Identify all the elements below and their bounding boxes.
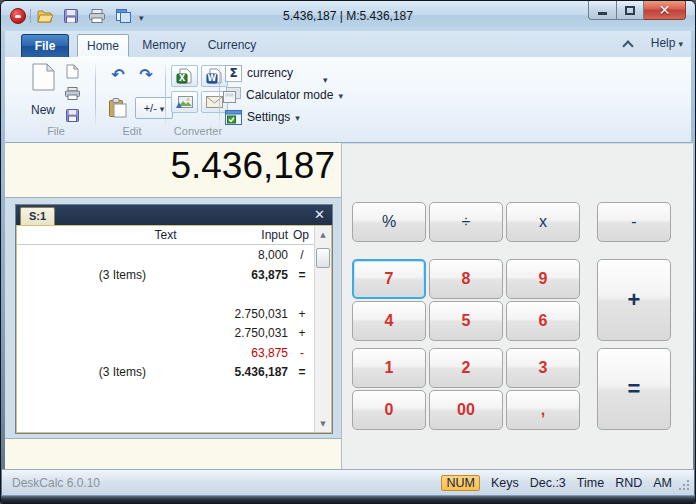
close-button[interactable]: ✕ <box>644 1 686 20</box>
converter-group-label: Converter <box>163 125 233 137</box>
tape-row[interactable]: 2.750,031 + <box>17 324 314 344</box>
key-9[interactable]: 9 <box>506 259 580 299</box>
file-group-label: File <box>21 125 91 137</box>
help-caret-icon <box>678 36 683 50</box>
scrollbar-thumb[interactable] <box>316 248 330 268</box>
status-am-toggle[interactable]: AM <box>653 476 672 490</box>
tape-row-input: 2.750,031 <box>235 307 288 321</box>
ribbon-tab-row: File Home Memory Currency Help <box>5 31 691 57</box>
paste-button[interactable] <box>105 95 131 121</box>
key-equals[interactable]: = <box>597 348 671 430</box>
key-minus[interactable]: - <box>597 202 671 242</box>
key-0[interactable]: 0 <box>352 390 426 430</box>
maximize-button[interactable] <box>617 1 644 20</box>
status-time-toggle[interactable]: Time <box>577 476 604 490</box>
edit-group-label: Edit <box>101 125 163 137</box>
tape-row-input: 2.750,031 <box>235 326 288 340</box>
tape-column-input[interactable]: Input <box>261 228 288 242</box>
tape-row-op: + <box>292 307 312 321</box>
key-plus[interactable]: + <box>597 259 671 341</box>
tape-row-op: - <box>292 346 312 360</box>
key-percent[interactable]: % <box>352 202 426 242</box>
title-bar[interactable]: 5.436,187 | M:5.436,187 ✕ <box>1 1 695 31</box>
tape-row[interactable] <box>17 285 314 305</box>
calculator-mode-button[interactable]: Calculator mode <box>223 86 343 104</box>
status-bar: DeskCalc 6.0.10 NUM Keys Dec.:3 Time RND… <box>2 469 694 495</box>
help-menu[interactable]: Help <box>651 36 683 50</box>
collapse-ribbon-button[interactable] <box>621 39 635 51</box>
ribbon: New File ↶ ↷ +/- Edit X <box>5 57 691 143</box>
settings-caret-icon <box>295 110 300 124</box>
tape-row[interactable]: 63,875 - <box>17 344 314 364</box>
tape-row-op: = <box>292 268 312 282</box>
tape-row-op: = <box>292 365 312 379</box>
minimize-button[interactable] <box>588 1 617 20</box>
resize-grip[interactable] <box>679 480 690 491</box>
undo-button[interactable]: ↶ <box>105 65 131 85</box>
new-page-small-button[interactable] <box>61 61 83 81</box>
export-excel-button[interactable]: X <box>171 65 198 87</box>
main-area: 5.436,187 S:1 ✕ Text Input Op <box>5 143 691 469</box>
display-value: 5.436,187 <box>170 145 335 187</box>
key-8[interactable]: 8 <box>429 259 503 299</box>
redo-button[interactable]: ↷ <box>133 65 159 85</box>
key-3[interactable]: 3 <box>506 348 580 388</box>
status-rnd-toggle[interactable]: RND <box>615 476 642 490</box>
scroll-up-icon[interactable]: ▲ <box>316 227 330 242</box>
print-small-button[interactable] <box>61 83 83 103</box>
key-5[interactable]: 5 <box>429 301 503 341</box>
plus-minus-label: +/- <box>144 102 157 114</box>
tape-row[interactable]: 2.750,031 + <box>17 305 314 325</box>
currency-mode-button[interactable]: Σ currency <box>225 64 293 82</box>
export-word-button[interactable]: W <box>201 65 228 87</box>
key-multiply[interactable]: x <box>506 202 580 242</box>
tab-file[interactable]: File <box>21 34 69 57</box>
tab-home[interactable]: Home <box>77 34 129 57</box>
tape-close-icon[interactable]: ✕ <box>314 207 325 223</box>
tape-row[interactable]: (3 Items) 5.436,187 = <box>17 363 314 383</box>
tape-row[interactable]: (3 Items) 63,875 = <box>17 266 314 286</box>
key-7[interactable]: 7 <box>352 259 426 299</box>
svg-text:W: W <box>208 74 217 83</box>
tape-scrollbar[interactable]: ▲ ▼ <box>314 226 331 432</box>
tape-column-op[interactable]: Op <box>290 228 312 242</box>
tab-memory[interactable]: Memory <box>135 34 193 57</box>
tape-window: S:1 ✕ Text Input Op 8,000 <box>15 204 333 434</box>
undo-icon: ↶ <box>111 67 124 83</box>
status-decimals-toggle[interactable]: Dec.:3 <box>530 476 566 490</box>
group-divider <box>95 61 96 127</box>
calculator-display[interactable]: 5.436,187 <box>5 143 341 197</box>
maximize-icon <box>625 6 635 15</box>
tape-row-text: (3 Items) <box>99 365 146 379</box>
status-num-toggle[interactable]: NUM <box>441 475 479 491</box>
export-image-button[interactable] <box>171 91 198 113</box>
new-button-label: New <box>31 103 55 117</box>
calculator-mode-icon <box>223 87 241 103</box>
status-keys-toggle[interactable]: Keys <box>491 476 519 490</box>
key-00[interactable]: 00 <box>429 390 503 430</box>
key-4[interactable]: 4 <box>352 301 426 341</box>
key-2[interactable]: 2 <box>429 348 503 388</box>
key-1[interactable]: 1 <box>352 348 426 388</box>
new-page-icon <box>32 63 55 91</box>
tape-row[interactable]: 8,000 / <box>17 246 314 266</box>
envelope-icon <box>206 96 223 108</box>
status-toggles: NUM Keys Dec.:3 Time RND AM <box>441 475 672 491</box>
new-button[interactable]: New <box>25 61 61 119</box>
currency-caret-icon[interactable] <box>323 69 328 87</box>
scroll-down-icon[interactable]: ▼ <box>316 416 330 431</box>
tape-title-bar[interactable]: S:1 ✕ <box>16 205 332 225</box>
key-divide[interactable]: ÷ <box>429 202 503 242</box>
settings-icon <box>225 110 242 125</box>
tape-session-tab[interactable]: S:1 <box>20 207 55 225</box>
group-divider <box>219 61 220 127</box>
minimize-icon <box>598 12 607 15</box>
key-6[interactable]: 6 <box>506 301 580 341</box>
tab-currency[interactable]: Currency <box>199 34 265 57</box>
save-small-button[interactable] <box>61 105 83 125</box>
settings-button[interactable]: Settings <box>225 108 300 126</box>
tape-row-input: 8,000 <box>258 248 288 262</box>
plus-minus-button[interactable]: +/- <box>135 97 173 119</box>
key-comma[interactable]: , <box>506 390 580 430</box>
redo-icon: ↷ <box>139 67 152 83</box>
